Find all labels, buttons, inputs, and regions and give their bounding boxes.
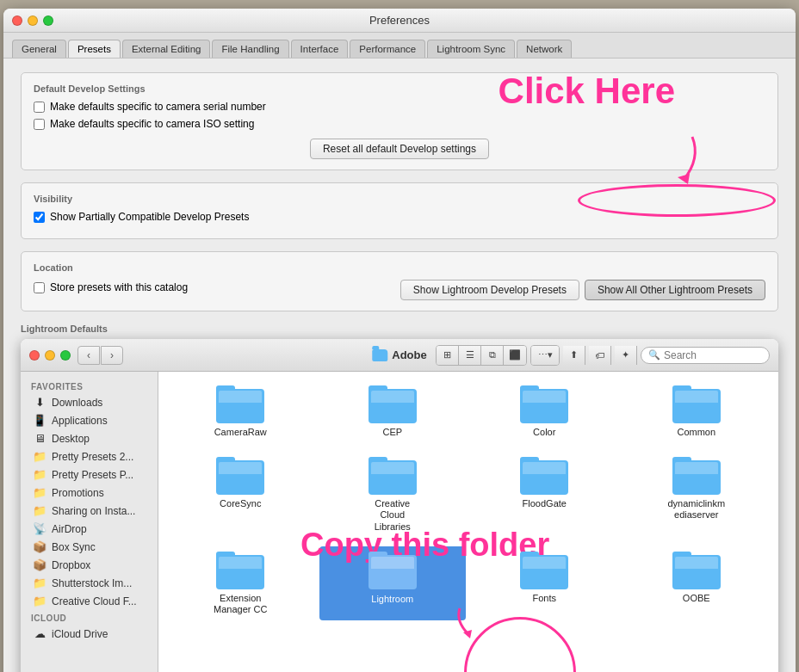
shutterstock-icon: 📁 [33,576,46,589]
folder-cep-icon [369,385,417,423]
visibility-checkbox-label: Show Partially Compatible Develop Preset… [50,211,249,223]
file-cameraraw[interactable]: CameraRaw [167,380,314,443]
sidebar-item-promotions[interactable]: 📁 Promotions [22,484,156,502]
svg-marker-1 [463,630,472,638]
tab-general[interactable]: General [12,40,66,58]
iso-checkbox[interactable] [34,119,45,130]
reset-defaults-button[interactable]: Reset all default Develop settings [310,139,489,159]
sidebar-item-sharing[interactable]: 📁 Sharing on Insta... [22,502,156,520]
sharing-label: Sharing on Insta... [52,505,135,517]
minimize-button[interactable] [28,15,38,26]
preferences-window: Preferences General Presets External Edi… [3,9,796,672]
lightroom-defaults-label: Lightroom Defaults [21,324,778,334]
file-extensionmanager[interactable]: Extension Manager CC [167,546,314,620]
circle-highlight [464,617,576,672]
sidebar-item-desktop[interactable]: 🖥 Desktop [22,429,156,447]
tab-interface[interactable]: Interface [291,40,349,58]
file-dynamiclink[interactable]: dynamiclinkmediaserver [623,452,771,538]
finder-back-button[interactable]: ‹ [77,346,100,365]
file-cep[interactable]: CEP [319,380,467,443]
visibility-section: Visibility Show Partially Compatible Dev… [21,182,778,239]
finder-traffic-lights [29,350,71,361]
folder-cameraraw-icon [216,385,264,423]
airdrop-icon: 📡 [33,522,46,535]
share-button[interactable]: ⬆ [563,346,585,365]
finder-title: Adobe [372,348,426,361]
tag-button[interactable]: 🏷 [589,346,611,365]
finder-body: Favorites ⬇ Downloads 📱 Applications 🖥 D… [21,372,778,672]
file-fonts[interactable]: Fonts [471,546,618,620]
sidebar-item-airdrop[interactable]: 📡 AirDrop [22,520,156,538]
file-oobe[interactable]: OOBE [623,546,771,620]
list-view-button[interactable]: ☰ [459,346,481,365]
sidebar-item-icloud[interactable]: ☁ iCloud Drive [22,625,156,643]
tab-lightroom-sync[interactable]: Lightroom Sync [427,40,515,58]
desktop-label: Desktop [52,433,90,445]
tab-presets[interactable]: Presets [68,40,121,58]
close-button[interactable] [12,15,22,26]
maximize-button[interactable] [43,15,53,26]
airdrop-label: AirDrop [52,523,87,535]
dropbox-label: Dropbox [52,559,90,571]
boxsync-label: Box Sync [52,541,96,553]
applications-label: Applications [52,415,108,427]
icloud-label: iCloud [21,610,158,625]
develop-defaults-label: Default Develop Settings [34,83,765,94]
sidebar-item-shutterstock[interactable]: 📁 Shutterstock Im... [22,574,156,592]
folder-color-icon [520,385,568,423]
sidebar-item-creativecloud[interactable]: 📁 Creative Cloud F... [22,592,156,610]
arrange-button[interactable]: ⋯▾ [531,346,559,365]
file-color[interactable]: Color [471,380,618,443]
file-oobe-label: OOBE [683,593,710,604]
sidebar-item-prettypresets2[interactable]: 📁 Pretty Presets 2... [22,447,156,465]
file-common[interactable]: Common [623,380,771,443]
tab-external-editing[interactable]: External Editing [122,40,211,58]
finder-nav-buttons: ‹ › [77,346,123,365]
finder-maximize-button[interactable] [60,350,71,361]
file-lightroom-label: Lightroom [368,593,417,606]
creativecloud-icon: 📁 [33,595,46,607]
tab-file-handling[interactable]: File Handling [212,40,288,58]
store-presets-checkbox[interactable] [34,282,45,293]
folder-common-icon [672,385,721,423]
iso-label: Make defaults specific to camera ISO set… [50,118,254,130]
finder-folder-icon [372,349,387,361]
sidebar-item-prettypresetsp[interactable]: 📁 Pretty Presets P... [22,465,156,484]
shutterstock-label: Shutterstock Im... [52,577,132,589]
file-cclibraries-label: Creative Cloud Libraries [362,498,424,533]
file-lightroom[interactable]: Lightroom [319,546,467,620]
file-dynamiclink-label: dynamiclinkmediaserver [666,498,728,521]
sidebar-item-applications[interactable]: 📱 Applications [22,411,156,429]
show-lightroom-presets-button[interactable]: Show Lightroom Develop Presets [400,280,579,300]
store-presets-label: Store presets with this catalog [50,281,188,293]
icon-view-button[interactable]: ⊞ [437,346,459,365]
icloud-label: iCloud Drive [52,628,108,640]
arrange-group: ⋯▾ [530,345,560,366]
file-floodgate[interactable]: FloodGate [471,452,618,538]
search-icon: 🔍 [648,349,660,361]
finder-toolbar: ⊞ ☰ ⧉ ⬛ ⋯▾ ⬆ 🏷 ✦ 🔍 [436,345,770,366]
lightroom-defaults-section: Lightroom Defaults ‹ › A [21,324,778,672]
sidebar-item-dropbox[interactable]: 📦 Dropbox [22,556,156,574]
tab-network[interactable]: Network [517,40,572,58]
sidebar-item-downloads[interactable]: ⬇ Downloads [22,393,156,411]
finder-forward-button[interactable]: › [101,346,123,365]
finder-search-box[interactable]: 🔍 [641,347,770,364]
tab-performance[interactable]: Performance [350,40,425,58]
serial-checkbox[interactable] [34,102,45,113]
visibility-checkbox[interactable] [34,212,45,223]
file-coresync[interactable]: CoreSync [167,452,314,538]
traffic-lights [12,15,53,26]
finder-window: ‹ › Adobe ⊞ ☰ ⧉ ⬛ [21,339,778,672]
show-other-presets-button[interactable]: Show All Other Lightroom Presets [585,280,765,300]
file-cep-label: CEP [382,427,402,438]
sidebar-item-boxsync[interactable]: 📦 Box Sync [22,538,156,556]
creativecloud-label: Creative Cloud F... [52,595,137,607]
column-view-button[interactable]: ⧉ [481,346,504,365]
promotions-icon: 📁 [33,486,46,499]
finder-minimize-button[interactable] [45,350,55,361]
finder-search-input[interactable] [664,349,762,361]
file-cclibraries[interactable]: Creative Cloud Libraries [319,452,467,538]
cover-flow-button[interactable]: ⬛ [504,346,526,365]
finder-close-button[interactable] [29,350,40,361]
